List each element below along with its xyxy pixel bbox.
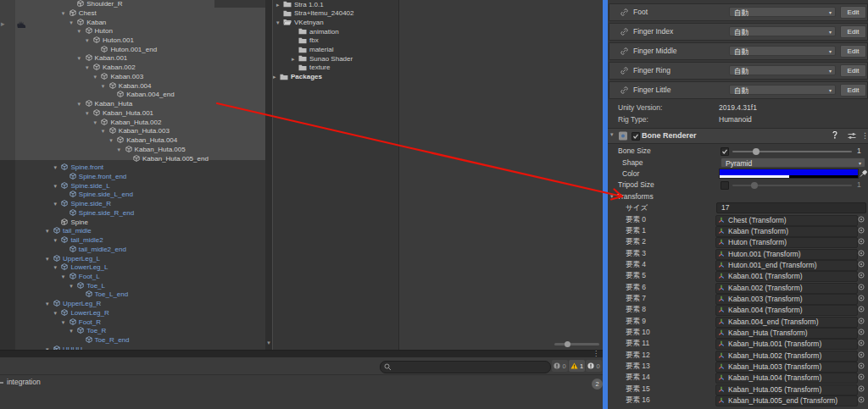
object-picker-icon[interactable] — [858, 396, 865, 405]
hierarchy-item[interactable]: Spine.side_R_end — [0, 208, 265, 218]
foldout-arrow-icon[interactable]: ▾ — [53, 199, 57, 208]
foldout-arrow-icon[interactable]: ▸ — [273, 72, 276, 81]
hierarchy-item[interactable]: ▾Spine.side_R — [0, 199, 265, 208]
foldout-arrow-icon[interactable]: ▾ — [70, 326, 73, 335]
hierarchy-item[interactable]: ▾Huton — [0, 26, 265, 36]
object-field[interactable]: Chest (Transform) — [715, 215, 858, 226]
foldout-arrow-icon[interactable]: ▾ — [53, 235, 57, 245]
bone-renderer-header[interactable]: ▾ Bone Renderer ❔ ⋮ — [608, 128, 868, 144]
console-search-input[interactable] — [394, 362, 548, 373]
hierarchy-item[interactable]: ▾UpperLeg_R — [0, 299, 265, 308]
hierarchy-item[interactable]: ▾Foot_R — [0, 318, 265, 327]
object-picker-icon[interactable] — [858, 318, 865, 326]
foldout-arrow-icon[interactable]: ▾ — [70, 281, 73, 290]
project-content-area[interactable] — [398, 0, 603, 350]
foldout-arrow-icon[interactable]: ▾ — [46, 254, 49, 263]
hierarchy-item[interactable]: Toe_R_end — [0, 335, 265, 345]
help-icon[interactable]: ❔ — [831, 131, 839, 139]
object-picker-icon[interactable] — [858, 227, 865, 235]
object-picker-icon[interactable] — [858, 284, 865, 292]
foldout-arrow-icon[interactable]: ▾ — [62, 8, 65, 18]
foldout-arrow-icon[interactable]: ▾ — [93, 118, 97, 127]
object-field[interactable]: Huton.001 (Transform) — [715, 249, 858, 260]
foldout-arrow-icon[interactable]: ▾ — [118, 145, 121, 154]
foldout-arrow-icon[interactable]: ▾ — [610, 191, 614, 201]
foldout-arrow-icon[interactable]: ▾ — [53, 163, 57, 172]
hierarchy-item[interactable]: ▾tail_midle — [0, 226, 265, 235]
foldout-arrow-icon[interactable]: ▾ — [62, 318, 65, 327]
project-zoom-slider[interactable] — [554, 343, 599, 345]
project-folder-item[interactable]: Stra+Itemu_240402 — [273, 8, 398, 18]
project-folder-item[interactable]: ▾VKetnyan — [273, 18, 398, 27]
console-log-entry[interactable]: integration — [0, 377, 603, 388]
foldout-arrow-icon[interactable]: ▾ — [610, 130, 614, 139]
object-picker-icon[interactable] — [858, 373, 865, 382]
foldout-arrow-icon[interactable]: ▾ — [93, 72, 97, 81]
hierarchy-item[interactable]: ▾Kaban_Huta.001 — [0, 108, 265, 118]
hierarchy-item[interactable]: ▾Huton.001 — [0, 36, 265, 45]
object-field[interactable]: Kaban_Huta (Transform) — [715, 328, 858, 339]
hierarchy-item[interactable]: ▾Kaban_Huta.005 — [0, 145, 265, 154]
object-field[interactable]: Kaban.001 (Transform) — [715, 271, 858, 282]
console-messages-toggle[interactable]: 0 — [552, 360, 568, 372]
foldout-arrow-icon[interactable]: ▸ — [276, 0, 280, 9]
auto-dropdown[interactable]: 自動▾ — [729, 65, 836, 75]
notification-badge[interactable]: 2 — [592, 379, 603, 390]
hierarchy-item[interactable]: Toe_L_end — [0, 290, 265, 299]
foldout-arrow-icon[interactable]: ▾ — [53, 263, 57, 272]
edit-button[interactable]: Edit — [840, 6, 866, 19]
object-picker-icon[interactable] — [858, 216, 865, 224]
foldout-arrow-icon[interactable]: ▾ — [109, 135, 113, 145]
foldout-arrow-icon[interactable]: ▾ — [86, 36, 89, 45]
tripod-size-checkbox[interactable] — [721, 181, 729, 190]
hierarchy-item[interactable]: ▾LowerLeg_L — [0, 263, 265, 272]
object-picker-icon[interactable] — [858, 250, 865, 258]
object-field[interactable]: Kaban_Huta.004 (Transform) — [715, 373, 858, 384]
foldout-arrow-icon[interactable]: ▾ — [102, 126, 105, 135]
hierarchy-item[interactable]: ▾Kaban — [0, 18, 265, 27]
edit-button[interactable]: Edit — [840, 84, 866, 97]
edit-button[interactable]: Edit — [840, 25, 866, 38]
hierarchy-item[interactable]: ▾Toe_R — [0, 326, 265, 335]
hierarchy-item[interactable]: ▾Kaban.002 — [0, 63, 265, 72]
hierarchy-item[interactable]: ▾UpperLeg_L — [0, 254, 265, 263]
hierarchy-item[interactable]: Kaban_Huta.005_end — [0, 154, 265, 163]
hierarchy-item[interactable]: ▾Chest — [0, 8, 265, 18]
object-picker-icon[interactable] — [858, 295, 865, 303]
console-search-box[interactable] — [380, 361, 551, 373]
object-field[interactable]: Kaban.003 (Transform) — [715, 294, 858, 305]
bone-size-checkbox[interactable] — [721, 147, 729, 156]
console-warnings-toggle[interactable]: 1 — [569, 360, 585, 372]
foldout-arrow-icon[interactable]: ▾ — [86, 63, 89, 72]
color-swatch[interactable] — [719, 169, 859, 179]
kebab-icon[interactable]: ⋮ — [861, 131, 868, 140]
object-field[interactable]: Kaban_Huta.005 (Transform) — [715, 384, 858, 395]
hierarchy-item[interactable]: ▾Spine.side_L — [0, 181, 265, 191]
console-errors-toggle[interactable]: 0 — [586, 360, 602, 372]
hierarchy-scrollbar[interactable]: ▾ — [265, 0, 273, 350]
auto-dropdown[interactable]: 自動▾ — [729, 7, 836, 17]
project-folder-item[interactable]: fbx — [273, 36, 398, 45]
foldout-arrow-icon[interactable]: ▾ — [53, 181, 57, 191]
object-picker-icon[interactable] — [858, 272, 865, 280]
project-folder-item[interactable]: ▸Stra 1.0.1 — [273, 0, 398, 9]
bone-size-slider[interactable] — [732, 151, 852, 152]
hierarchy-item[interactable]: ▾Kaban_Huta.002 — [0, 118, 265, 127]
tripod-size-slider[interactable] — [732, 185, 852, 186]
hierarchy-item[interactable]: Kaban.004_end — [0, 90, 265, 99]
hierarchy-item[interactable]: Spine.front_end — [0, 172, 265, 181]
hierarchy-item[interactable]: ▾Toe_L — [0, 281, 265, 290]
object-field[interactable]: Kaban_Huta.002 (Transform) — [715, 351, 858, 362]
object-picker-icon[interactable] — [858, 238, 865, 246]
project-folder-item[interactable]: ▸Packages — [273, 72, 398, 81]
foldout-arrow-icon[interactable]: ▸ — [292, 54, 295, 64]
foldout-arrow-icon[interactable]: ▾ — [53, 308, 57, 318]
hierarchy-item[interactable]: ▾Kaban_Huta.004 — [0, 135, 265, 145]
object-field[interactable]: Kaban.004 (Transform) — [715, 305, 858, 316]
object-field[interactable]: Huton.001_end (Transform) — [715, 260, 858, 271]
object-field[interactable]: Kaban (Transform) — [715, 226, 858, 237]
object-field[interactable]: Kaban.004_end (Transform) — [715, 317, 858, 328]
auto-dropdown[interactable]: 自動▾ — [729, 46, 836, 56]
foldout-arrow-icon[interactable]: ▾ — [78, 53, 81, 63]
object-field[interactable]: Kaban.002 (Transform) — [715, 283, 858, 294]
